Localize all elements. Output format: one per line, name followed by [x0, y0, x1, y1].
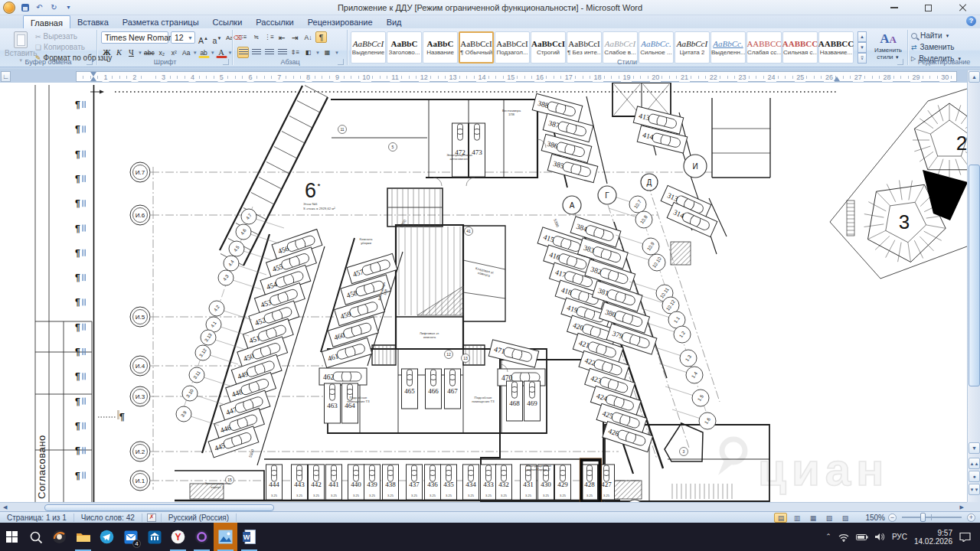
input-language[interactable]: РУС [892, 533, 907, 541]
taskbar-app-bank-icon[interactable] [142, 523, 166, 551]
stall: 4293.252500 [555, 465, 571, 502]
tab-Вид[interactable]: Вид [380, 15, 409, 28]
font-family-select[interactable]: Times New Roman▼ [101, 31, 168, 44]
taskbar-app-word-icon[interactable]: W [237, 523, 261, 551]
tab-Главная[interactable]: Главная [23, 15, 70, 28]
tab-Ссылки[interactable]: Ссылки [206, 15, 250, 28]
outline-view-icon[interactable]: ▧ [822, 513, 835, 523]
redo-icon[interactable]: ↻ [48, 2, 60, 13]
bullets-button[interactable]: ∷≡ [237, 31, 249, 43]
fullscreen-view-icon[interactable]: ▥ [790, 513, 803, 523]
show-marks-button[interactable]: ¶ [315, 31, 327, 43]
vertical-scrollbar[interactable]: ▲ ▼ ▲▲ ● ▼▼ [967, 70, 980, 502]
wifi-icon[interactable] [838, 533, 849, 542]
taskbar-app-start-icon[interactable] [0, 523, 24, 551]
align-center-button[interactable] [250, 47, 262, 58]
align-right-button[interactable] [263, 47, 275, 58]
horizontal-scrollbar[interactable]: ◀ ▶ [0, 502, 967, 511]
change-case-button[interactable]: Aa [181, 47, 192, 58]
volume-icon[interactable] [875, 533, 885, 541]
styles-dialog-launcher-icon[interactable] [897, 59, 903, 65]
taskbar-app-search-icon[interactable] [24, 523, 47, 551]
proofing-icon[interactable] [147, 514, 156, 522]
taskbar-app-mail-icon[interactable]: 4 [119, 523, 142, 551]
draft-view-icon[interactable]: ▨ [838, 513, 851, 523]
italic-button[interactable]: К [113, 47, 125, 58]
hanging-indent-marker[interactable] [90, 77, 96, 81]
tab-selector[interactable]: ∟ [1, 71, 11, 82]
taskbar-app-telegram-icon[interactable] [95, 523, 119, 551]
vertical-scroll-thumb[interactable] [969, 165, 980, 386]
previous-page-icon[interactable]: ▲▲ [969, 458, 980, 469]
tab-Разметка страницы[interactable]: Разметка страницы [116, 15, 206, 28]
minimize-button[interactable] [877, 0, 911, 15]
justify-button[interactable] [276, 47, 288, 58]
zoom-slider[interactable] [902, 517, 962, 518]
borders-button[interactable]: ▦ [322, 47, 333, 58]
strikethrough-button[interactable]: abc [143, 47, 155, 58]
print-layout-view-icon[interactable]: ▤ [774, 513, 787, 523]
scroll-right-icon[interactable]: ▶ [960, 504, 964, 510]
office-button-icon[interactable] [3, 2, 15, 14]
tab-Рассылки[interactable]: Рассылки [249, 15, 300, 28]
scroll-down-icon[interactable]: ▼ [969, 442, 980, 454]
tab-Вставка[interactable]: Вставка [70, 15, 116, 28]
scroll-left-icon[interactable]: ◀ [3, 504, 7, 510]
horizontal-ruler[interactable]: ∟ 12345678910111213141516171819202122232… [0, 70, 967, 83]
find-button[interactable]: Найти▼ [911, 31, 950, 40]
page-indicator[interactable]: Страница: 1 из 1 [0, 514, 74, 522]
taskbar-app-yandex-icon[interactable]: Y [166, 523, 190, 551]
save-icon[interactable] [21, 4, 29, 11]
help-icon[interactable]: ? [966, 16, 976, 26]
tray-expand-icon[interactable]: ⌃ [825, 533, 831, 540]
taskbar-app-photos-icon[interactable] [214, 523, 237, 551]
taskbar-app-opera-icon[interactable] [190, 523, 214, 551]
language-indicator[interactable]: Русский (Россия) [161, 514, 237, 522]
taskbar-app-sphere-icon[interactable] [47, 523, 71, 551]
zoom-slider-thumb[interactable] [920, 513, 926, 522]
word-count[interactable]: Число слов: 42 [74, 514, 142, 522]
grow-font-button[interactable]: А▲ [198, 32, 209, 44]
decrease-indent-button[interactable]: ⇤ [276, 31, 288, 43]
select-browse-object-icon[interactable]: ● [969, 471, 980, 482]
font-dialog-launcher-icon[interactable] [223, 59, 229, 65]
next-page-icon[interactable]: ▼▼ [969, 484, 980, 495]
highlight-button[interactable]: ab [198, 47, 210, 58]
bold-button[interactable]: Ж [101, 47, 113, 58]
scroll-up-icon[interactable]: ▲ [969, 71, 980, 83]
undo-icon[interactable]: ↶ [34, 2, 45, 13]
document-area[interactable]: циан456455454453452451450449448447446445… [0, 83, 967, 502]
taskbar-app-explorer-icon[interactable] [71, 523, 95, 551]
shrink-font-button[interactable]: а▼ [211, 32, 223, 44]
zoom-in-button[interactable]: + [967, 514, 975, 522]
close-button[interactable] [946, 0, 980, 15]
maximize-button[interactable] [911, 0, 946, 15]
zoom-level[interactable]: 150% [865, 514, 885, 522]
font-size-select[interactable]: 12▼ [171, 31, 195, 44]
right-indent-marker[interactable] [834, 77, 840, 81]
battery-icon[interactable] [856, 533, 868, 541]
subscript-button[interactable]: x₂ [156, 47, 168, 58]
horizontal-scroll-thumb[interactable] [44, 504, 274, 511]
zoom-out-button[interactable]: − [888, 514, 897, 522]
underline-button[interactable]: Ч [126, 47, 137, 58]
web-layout-view-icon[interactable]: ▦ [806, 513, 819, 523]
qat-dropdown-icon[interactable]: ▼ [63, 2, 74, 13]
copy-button[interactable]: ❏Копировать [35, 43, 85, 51]
paragraph-dialog-launcher-icon[interactable] [338, 59, 344, 65]
multilevel-list-button[interactable]: ⋮≡ [263, 31, 275, 43]
tab-Рецензирование[interactable]: Рецензирование [301, 15, 380, 28]
replace-button[interactable]: ⇄Заменить [911, 43, 954, 51]
cut-button[interactable]: ✂Вырезать [35, 32, 77, 41]
line-spacing-button[interactable]: ⇕≡ [289, 47, 301, 58]
notification-icon[interactable] [959, 532, 971, 542]
increase-indent-button[interactable]: ⇥ [289, 31, 301, 43]
align-left-button[interactable] [237, 47, 249, 58]
sort-button[interactable]: А↓ [302, 31, 314, 43]
font-color-button[interactable]: А [216, 47, 227, 58]
clipboard-dialog-launcher-icon[interactable] [87, 59, 93, 65]
numbering-button[interactable]: ≒ [250, 31, 262, 43]
shading-button[interactable]: ◧ [302, 47, 314, 58]
taskbar-clock[interactable]: 9:5714.02.2026 [914, 529, 952, 546]
superscript-button[interactable]: x² [168, 47, 180, 58]
